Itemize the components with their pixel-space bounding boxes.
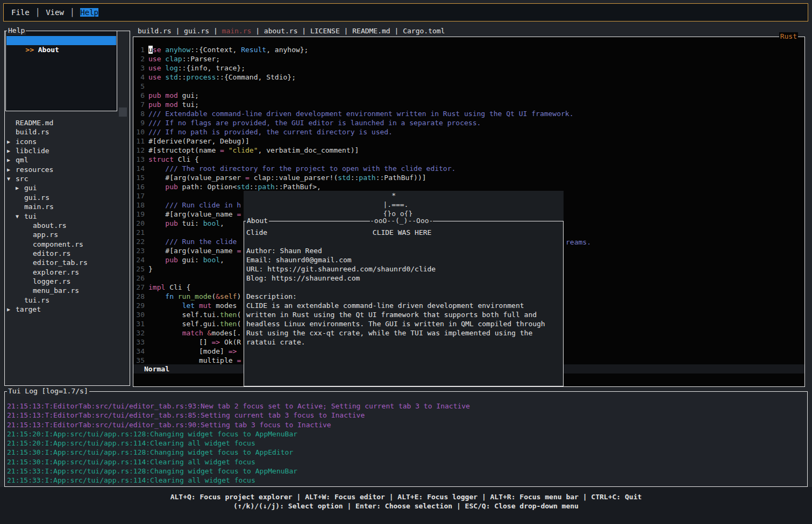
- log-entry: 21:15:33:I:App:src/tui/app.rs:128:Changi…: [7, 466, 297, 476]
- keybinding-hints-line2: (↑/k)/(↓/j): Select option | Enter: Choo…: [0, 501, 812, 511]
- clide-ascii-art-border: -ooO--(_)--Ooo-: [370, 217, 433, 225]
- tree-item-gui-rs[interactable]: gui.rs: [5, 193, 130, 202]
- tree-item-icons[interactable]: ▶icons: [5, 137, 130, 146]
- code-text: #[arg(value_name =: [148, 210, 241, 219]
- line-number: 11: [133, 137, 145, 146]
- line-number: 20: [133, 219, 145, 228]
- menu-separator: │: [35, 8, 40, 17]
- code-text: struct Cli {: [148, 155, 199, 164]
- editor-tab-main-rs[interactable]: main.rs: [222, 27, 252, 35]
- editor-tab-license[interactable]: LICENSE: [310, 27, 340, 35]
- help-dropdown-popup: Help >> About: [5, 31, 117, 111]
- tree-item-label: explorer.rs: [33, 268, 79, 277]
- line-number: 26: [133, 274, 145, 283]
- line-number: 29: [133, 301, 145, 310]
- chevron-right-icon: ▶: [16, 183, 19, 192]
- tree-item-label: qml: [16, 155, 28, 164]
- line-number: 1: [133, 45, 145, 54]
- code-text: self.tui.then(: [148, 310, 241, 319]
- chevron-down-icon: ▼: [16, 212, 19, 221]
- tree-item-label: menu_bar.rs: [33, 286, 79, 295]
- code-text: fn run_mode(&self): [148, 292, 241, 301]
- help-menu-item-about[interactable]: >> About: [6, 36, 116, 45]
- tui-log-panel: Tui Log [log=1.7/s] 21:15:13:T:EditorTab…: [4, 391, 808, 487]
- log-panel-title: Tui Log [log=1.7/s]: [7, 387, 89, 396]
- chevron-down-icon: ▼: [7, 174, 10, 183]
- menu-item-file[interactable]: File: [11, 8, 30, 17]
- tree-item-tui[interactable]: ▼tui: [5, 212, 130, 221]
- code-line22-tail: reams.: [566, 238, 591, 247]
- tree-item-src[interactable]: ▼src: [5, 174, 130, 183]
- tree-item-label: gui.rs: [24, 193, 49, 202]
- line-number: 23: [133, 246, 145, 255]
- tree-item-resources[interactable]: ▶resources: [5, 165, 130, 174]
- line-number: 16: [133, 182, 145, 191]
- explorer-scrollbar-thumb[interactable]: [119, 107, 127, 117]
- editor-tab-readme-md[interactable]: README.md: [352, 27, 390, 35]
- clide-tui-app: { "menu": { "separator": "│", "items": […: [0, 0, 812, 524]
- keybinding-help-bar: ALT+Q: Focus project explorer | ALT+W: F…: [0, 487, 812, 524]
- editor-tab-cargo-toml[interactable]: Cargo.toml: [403, 27, 445, 35]
- tree-item-component-rs[interactable]: component.rs: [5, 240, 130, 249]
- tree-item-app-rs[interactable]: app.rs: [5, 230, 130, 239]
- code-text: #[derive(Parser, Debug)]: [148, 137, 250, 146]
- tree-item-main-rs[interactable]: main.rs: [5, 202, 130, 211]
- line-number: 10: [133, 127, 145, 137]
- tab-separator: |: [209, 27, 222, 35]
- tree-item-label: about.rs: [33, 221, 67, 230]
- about-content: Clide CLIDE WAS HERE Author: Shaun Reed …: [246, 228, 545, 347]
- tree-item-menu-bar-rs[interactable]: menu_bar.rs: [5, 286, 130, 295]
- tree-item-label: editor_tab.rs: [33, 258, 88, 267]
- line-number: 17: [133, 191, 145, 200]
- tree-item-logger-rs[interactable]: logger.rs: [5, 277, 130, 286]
- line-number: 14: [133, 164, 145, 173]
- tree-item-label: src: [16, 174, 28, 183]
- about-popup: * |.===. {}o o{} About -ooO--(_)--Ooo- C…: [244, 191, 564, 386]
- tree-item-editor-rs[interactable]: editor.rs: [5, 249, 130, 258]
- editor-tab-about-rs[interactable]: about.rs: [264, 27, 298, 35]
- line-number: 12: [133, 146, 145, 155]
- tab-separator: |: [297, 27, 310, 35]
- line-number: 30: [133, 310, 145, 319]
- tree-item-target[interactable]: ▶target: [5, 305, 130, 314]
- tab-separator: |: [251, 27, 263, 35]
- tree-item-build-rs[interactable]: build.rs: [5, 127, 130, 137]
- tree-item-readme-md[interactable]: README.md: [5, 118, 130, 127]
- menu-separator: │: [70, 8, 74, 17]
- menu-item-view[interactable]: View: [46, 8, 64, 17]
- tree-item-gui[interactable]: ▶gui: [5, 183, 130, 192]
- code-text: /// Extendable command-line driven devel…: [148, 109, 574, 118]
- menu-item-help[interactable]: Help: [80, 8, 98, 17]
- log-entry: 21:15:13:T:EditorTab:src/tui/editor_tab.…: [7, 411, 365, 420]
- tree-item-about-rs[interactable]: about.rs: [5, 221, 130, 230]
- tree-item-label: tui: [24, 212, 37, 221]
- tree-item-libclide[interactable]: ▶libclide: [5, 146, 130, 155]
- line-number: 7: [133, 100, 145, 109]
- log-entry: 21:15:13:T:EditorTab:src/tui/editor_tab.…: [7, 420, 331, 429]
- editor-tab-gui-rs[interactable]: gui.rs: [184, 27, 209, 35]
- editor-tab-build-rs[interactable]: build.rs: [138, 27, 172, 35]
- log-entry: 21:15:33:I:App:src/tui/app.rs:114:Cleari…: [7, 476, 255, 485]
- code-text: #[arg(value_name =: [148, 246, 241, 255]
- tree-item-label: icons: [16, 137, 37, 146]
- code-text: multiple =: [148, 356, 241, 365]
- tree-item-editor-tab-rs[interactable]: editor_tab.rs: [5, 258, 130, 267]
- code-text: pub gui: bool,: [148, 255, 224, 264]
- line-number: 25: [133, 264, 145, 274]
- language-badge: Rust: [779, 32, 798, 41]
- code-text: use std::process::{Command, Stdio};: [148, 73, 296, 82]
- code-text: #[arg(value_parser = clap::value_parser!…: [148, 173, 426, 182]
- tree-item-tui-rs[interactable]: tui.rs: [5, 296, 130, 305]
- log-entry: 21:15:30:I:App:src/tui/app.rs:114:Cleari…: [7, 457, 255, 466]
- code-text: /// If no path is provided, the current …: [148, 127, 393, 137]
- log-entry: 21:15:30:I:App:src/tui/app.rs:128:Changi…: [7, 448, 293, 457]
- tab-separator: |: [390, 27, 403, 35]
- line-number: 24: [133, 255, 145, 264]
- tree-item-qml[interactable]: ▶qml: [5, 155, 130, 164]
- tree-item-explorer-rs[interactable]: explorer.rs: [5, 268, 130, 277]
- chevron-right-icon: ▶: [7, 146, 10, 155]
- code-text: pub mod gui;: [148, 91, 199, 100]
- help-item-label: About: [38, 46, 59, 54]
- tree-item-label: target: [16, 305, 41, 314]
- code-text: pub tui: bool,: [148, 219, 224, 228]
